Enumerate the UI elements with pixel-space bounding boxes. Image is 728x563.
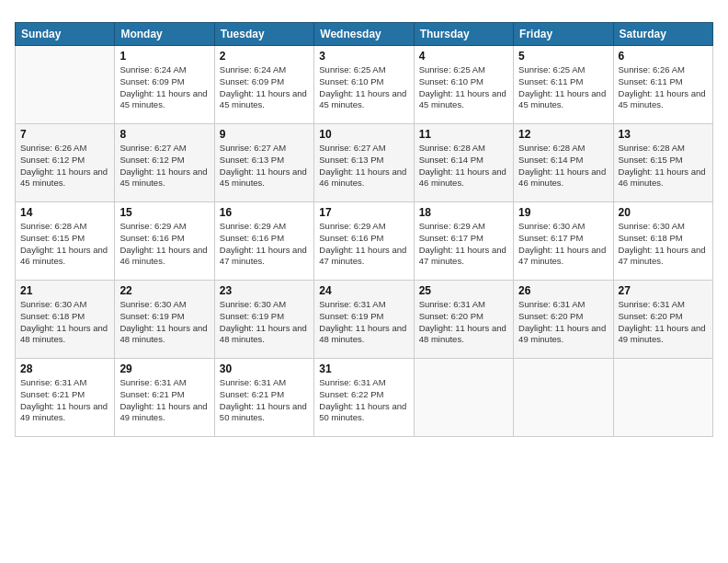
day-info: Sunrise: 6:30 AM Sunset: 6:18 PM Dayligh…	[20, 299, 109, 346]
day-number: 2	[220, 50, 309, 63]
day-info: Sunrise: 6:29 AM Sunset: 6:16 PM Dayligh…	[119, 221, 209, 268]
day-cell: 23Sunrise: 6:30 AM Sunset: 6:19 PM Dayli…	[214, 281, 313, 359]
day-number: 19	[518, 206, 608, 219]
calendar-body: 1Sunrise: 6:24 AM Sunset: 6:09 PM Daylig…	[16, 46, 713, 437]
day-number: 26	[518, 284, 608, 297]
day-info: Sunrise: 6:31 AM Sunset: 6:21 PM Dayligh…	[220, 377, 309, 424]
day-info: Sunrise: 6:30 AM Sunset: 6:17 PM Dayligh…	[518, 221, 608, 268]
week-row-1: 1Sunrise: 6:24 AM Sunset: 6:09 PM Daylig…	[16, 46, 713, 124]
day-cell: 18Sunrise: 6:29 AM Sunset: 6:17 PM Dayli…	[414, 202, 513, 281]
day-number: 17	[319, 206, 408, 219]
day-cell: 5Sunrise: 6:25 AM Sunset: 6:11 PM Daylig…	[514, 46, 613, 124]
day-number: 9	[220, 128, 309, 141]
day-info: Sunrise: 6:24 AM Sunset: 6:09 PM Dayligh…	[119, 64, 209, 111]
day-cell: 24Sunrise: 6:31 AM Sunset: 6:19 PM Dayli…	[314, 281, 414, 359]
day-info: Sunrise: 6:29 AM Sunset: 6:17 PM Dayligh…	[419, 221, 508, 268]
day-cell: 14Sunrise: 6:28 AM Sunset: 6:15 PM Dayli…	[16, 202, 115, 281]
day-number: 30	[220, 362, 309, 375]
day-info: Sunrise: 6:31 AM Sunset: 6:21 PM Dayligh…	[119, 377, 209, 424]
calendar-table: SundayMondayTuesdayWednesdayThursdayFrid…	[15, 22, 713, 437]
day-number: 13	[619, 128, 708, 141]
day-number: 11	[419, 128, 508, 141]
day-cell: 30Sunrise: 6:31 AM Sunset: 6:21 PM Dayli…	[214, 359, 313, 437]
week-row-4: 21Sunrise: 6:30 AM Sunset: 6:18 PM Dayli…	[16, 281, 713, 359]
day-cell: 4Sunrise: 6:25 AM Sunset: 6:10 PM Daylig…	[414, 46, 513, 124]
day-number: 16	[220, 206, 309, 219]
day-number: 14	[20, 206, 109, 219]
day-info: Sunrise: 6:28 AM Sunset: 6:15 PM Dayligh…	[20, 221, 109, 268]
day-cell: 12Sunrise: 6:28 AM Sunset: 6:14 PM Dayli…	[514, 124, 613, 202]
day-number: 1	[119, 50, 209, 63]
day-number: 23	[220, 284, 309, 297]
day-number: 20	[619, 206, 708, 219]
week-row-2: 7Sunrise: 6:26 AM Sunset: 6:12 PM Daylig…	[16, 124, 713, 202]
week-row-3: 14Sunrise: 6:28 AM Sunset: 6:15 PM Dayli…	[16, 202, 713, 281]
week-row-5: 28Sunrise: 6:31 AM Sunset: 6:21 PM Dayli…	[16, 359, 713, 437]
col-header-wednesday: Wednesday	[314, 23, 414, 46]
day-cell: 26Sunrise: 6:31 AM Sunset: 6:20 PM Dayli…	[514, 281, 613, 359]
col-header-monday: Monday	[115, 23, 214, 46]
day-cell	[613, 359, 712, 437]
day-cell: 11Sunrise: 6:28 AM Sunset: 6:14 PM Dayli…	[414, 124, 513, 202]
col-header-tuesday: Tuesday	[214, 23, 313, 46]
day-number: 31	[319, 362, 408, 375]
day-cell: 16Sunrise: 6:29 AM Sunset: 6:16 PM Dayli…	[214, 202, 313, 281]
day-number: 27	[619, 284, 708, 297]
day-number: 5	[518, 50, 608, 63]
day-info: Sunrise: 6:31 AM Sunset: 6:19 PM Dayligh…	[319, 299, 408, 346]
day-info: Sunrise: 6:26 AM Sunset: 6:12 PM Dayligh…	[20, 143, 109, 190]
day-info: Sunrise: 6:31 AM Sunset: 6:20 PM Dayligh…	[419, 299, 508, 346]
day-number: 6	[619, 50, 708, 63]
col-header-saturday: Saturday	[613, 23, 712, 46]
day-info: Sunrise: 6:30 AM Sunset: 6:19 PM Dayligh…	[220, 299, 309, 346]
day-info: Sunrise: 6:26 AM Sunset: 6:11 PM Dayligh…	[619, 64, 708, 111]
col-header-thursday: Thursday	[414, 23, 513, 46]
day-cell: 31Sunrise: 6:31 AM Sunset: 6:22 PM Dayli…	[314, 359, 414, 437]
day-cell: 9Sunrise: 6:27 AM Sunset: 6:13 PM Daylig…	[214, 124, 313, 202]
col-header-friday: Friday	[514, 23, 613, 46]
day-number: 28	[20, 362, 109, 375]
day-cell	[414, 359, 513, 437]
day-info: Sunrise: 6:28 AM Sunset: 6:14 PM Dayligh…	[419, 143, 508, 190]
day-number: 12	[518, 128, 608, 141]
day-cell: 1Sunrise: 6:24 AM Sunset: 6:09 PM Daylig…	[115, 46, 214, 124]
day-info: Sunrise: 6:31 AM Sunset: 6:22 PM Dayligh…	[319, 377, 408, 424]
day-number: 7	[20, 128, 109, 141]
day-cell: 29Sunrise: 6:31 AM Sunset: 6:21 PM Dayli…	[115, 359, 214, 437]
day-cell: 20Sunrise: 6:30 AM Sunset: 6:18 PM Dayli…	[613, 202, 712, 281]
day-cell: 21Sunrise: 6:30 AM Sunset: 6:18 PM Dayli…	[16, 281, 115, 359]
col-header-sunday: Sunday	[16, 23, 115, 46]
day-number: 18	[419, 206, 508, 219]
day-cell: 6Sunrise: 6:26 AM Sunset: 6:11 PM Daylig…	[613, 46, 712, 124]
day-number: 15	[119, 206, 209, 219]
day-info: Sunrise: 6:25 AM Sunset: 6:10 PM Dayligh…	[419, 64, 508, 111]
day-number: 24	[319, 284, 408, 297]
day-info: Sunrise: 6:27 AM Sunset: 6:12 PM Dayligh…	[119, 143, 209, 190]
day-cell: 10Sunrise: 6:27 AM Sunset: 6:13 PM Dayli…	[314, 124, 414, 202]
day-cell: 3Sunrise: 6:25 AM Sunset: 6:10 PM Daylig…	[314, 46, 414, 124]
day-number: 10	[319, 128, 408, 141]
day-cell	[514, 359, 613, 437]
day-info: Sunrise: 6:25 AM Sunset: 6:10 PM Dayligh…	[319, 64, 408, 111]
day-cell: 25Sunrise: 6:31 AM Sunset: 6:20 PM Dayli…	[414, 281, 513, 359]
day-info: Sunrise: 6:25 AM Sunset: 6:11 PM Dayligh…	[518, 64, 608, 111]
day-cell: 15Sunrise: 6:29 AM Sunset: 6:16 PM Dayli…	[115, 202, 214, 281]
day-info: Sunrise: 6:31 AM Sunset: 6:20 PM Dayligh…	[518, 299, 608, 346]
column-headers: SundayMondayTuesdayWednesdayThursdayFrid…	[16, 23, 713, 46]
day-number: 3	[319, 50, 408, 63]
day-number: 21	[20, 284, 109, 297]
day-info: Sunrise: 6:27 AM Sunset: 6:13 PM Dayligh…	[220, 143, 309, 190]
day-cell: 7Sunrise: 6:26 AM Sunset: 6:12 PM Daylig…	[16, 124, 115, 202]
day-info: Sunrise: 6:27 AM Sunset: 6:13 PM Dayligh…	[319, 143, 408, 190]
day-cell: 13Sunrise: 6:28 AM Sunset: 6:15 PM Dayli…	[613, 124, 712, 202]
day-info: Sunrise: 6:30 AM Sunset: 6:18 PM Dayligh…	[619, 221, 708, 268]
day-cell: 17Sunrise: 6:29 AM Sunset: 6:16 PM Dayli…	[314, 202, 414, 281]
day-info: Sunrise: 6:31 AM Sunset: 6:21 PM Dayligh…	[20, 377, 109, 424]
day-cell: 27Sunrise: 6:31 AM Sunset: 6:20 PM Dayli…	[613, 281, 712, 359]
day-cell: 28Sunrise: 6:31 AM Sunset: 6:21 PM Dayli…	[16, 359, 115, 437]
day-info: Sunrise: 6:28 AM Sunset: 6:14 PM Dayligh…	[518, 143, 608, 190]
day-info: Sunrise: 6:31 AM Sunset: 6:20 PM Dayligh…	[619, 299, 708, 346]
day-cell: 19Sunrise: 6:30 AM Sunset: 6:17 PM Dayli…	[514, 202, 613, 281]
day-cell: 22Sunrise: 6:30 AM Sunset: 6:19 PM Dayli…	[115, 281, 214, 359]
day-number: 8	[119, 128, 209, 141]
